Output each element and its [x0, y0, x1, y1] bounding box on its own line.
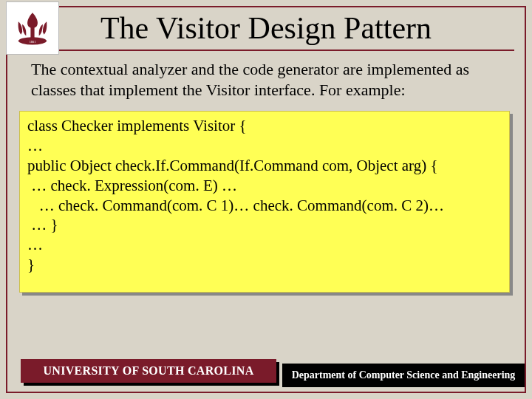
code-line: public Object check.If.Command(If.Comman…	[27, 156, 502, 176]
title-underline	[31, 50, 514, 51]
slide-title: The Visitor Design Pattern	[0, 10, 532, 46]
code-line: … }	[27, 215, 502, 235]
code-line: …	[27, 136, 502, 156]
code-line: … check. Expression(com. E) …	[27, 176, 502, 196]
code-line: … check. Command(com. C 1)… check. Comma…	[27, 196, 502, 216]
university-logo: 1801	[6, 1, 59, 55]
svg-rect-0	[30, 27, 34, 38]
intro-text: The contextual analyzer and the code gen…	[31, 59, 501, 100]
code-line: …	[27, 235, 502, 255]
svg-text:1801: 1801	[30, 40, 36, 44]
code-box: class Checker implements Visitor { … pub…	[19, 111, 510, 293]
footer-department: Department of Computer Science and Engin…	[282, 364, 525, 387]
footer-university: UNIVERSITY OF SOUTH CAROLINA	[21, 359, 276, 383]
code-line: }	[27, 255, 502, 275]
code-line: class Checker implements Visitor {	[27, 116, 502, 136]
